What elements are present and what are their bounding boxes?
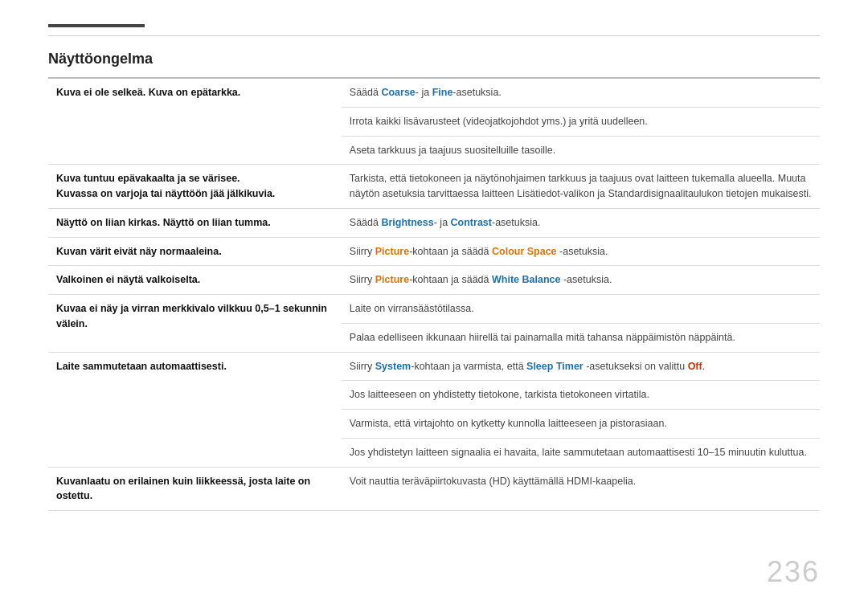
problem-cell: Valkoinen ei näytä valkoiselta. (48, 266, 342, 295)
solution-cell: Tarkista, että tietokoneen ja näytönohja… (342, 165, 820, 209)
solution-cell: Voit nauttia teräväpiirtokuvasta (HD) kä… (342, 467, 820, 511)
table-row: Kuvanlaatu on erilainen kuin liikkeessä,… (48, 467, 820, 511)
table-row: Kuva tuntuu epävakaalta ja se värisee.Ku… (48, 165, 820, 209)
solution-cell: Jos yhdistetyn laitteen signaalia ei hav… (342, 438, 820, 467)
solution-cell: Varmista, että virtajohto on kytketty ku… (342, 410, 820, 439)
solution-cell: Säädä Brightness- ja Contrast-asetuksia. (342, 208, 820, 237)
solution-cell: Jos laitteeseen on yhdistetty tietokone,… (342, 381, 820, 410)
table-row: Laite sammutetaan automaattisesti.Siirry… (48, 352, 820, 381)
solution-cell: Siirry Picture-kohtaan ja säädä White Ba… (342, 266, 820, 295)
solution-cell: Laite on virransäästötilassa. (342, 295, 820, 324)
problem-cell: Laite sammutetaan automaattisesti. (48, 352, 342, 467)
top-bar (48, 24, 820, 36)
table-row: Kuvan värit eivät näy normaaleina.Siirry… (48, 237, 820, 266)
problem-cell: Kuvanlaatu on erilainen kuin liikkeessä,… (48, 467, 342, 511)
solution-cell: Säädä Coarse- ja Fine-asetuksia. (342, 78, 820, 107)
table-row: Valkoinen ei näytä valkoiselta.Siirry Pi… (48, 266, 820, 295)
solution-cell: Aseta tarkkuus ja taajuus suositelluille… (342, 136, 820, 165)
page-title: Näyttöongelma (48, 51, 820, 67)
problem-cell: Kuvan värit eivät näy normaaleina. (48, 237, 342, 266)
problem-cell: Kuva ei ole selkeä. Kuva on epätarkka. (48, 78, 342, 165)
page-container: Näyttöongelma Kuva ei ole selkeä. Kuva o… (0, 0, 868, 613)
solution-cell: Siirry System-kohtaan ja varmista, että … (342, 352, 820, 381)
problem-cell: Kuva tuntuu epävakaalta ja se värisee.Ku… (48, 165, 342, 209)
table-row: Kuvaa ei näy ja virran merkkivalo vilkku… (48, 295, 820, 324)
problem-cell: Kuvaa ei näy ja virran merkkivalo vilkku… (48, 295, 342, 353)
main-table: Kuva ei ole selkeä. Kuva on epätarkka.Sä… (48, 77, 820, 511)
table-row: Kuva ei ole selkeä. Kuva on epätarkka.Sä… (48, 78, 820, 107)
solution-cell: Irrota kaikki lisävarusteet (videojatkoj… (342, 107, 820, 136)
table-row: Näyttö on liian kirkas. Näyttö on liian … (48, 208, 820, 237)
page-number: 236 (767, 555, 820, 589)
problem-cell: Näyttö on liian kirkas. Näyttö on liian … (48, 208, 342, 237)
solution-cell: Palaa edelliseen ikkunaan hiirellä tai p… (342, 323, 820, 352)
top-bar-accent (48, 24, 145, 27)
solution-cell: Siirry Picture-kohtaan ja säädä Colour S… (342, 237, 820, 266)
